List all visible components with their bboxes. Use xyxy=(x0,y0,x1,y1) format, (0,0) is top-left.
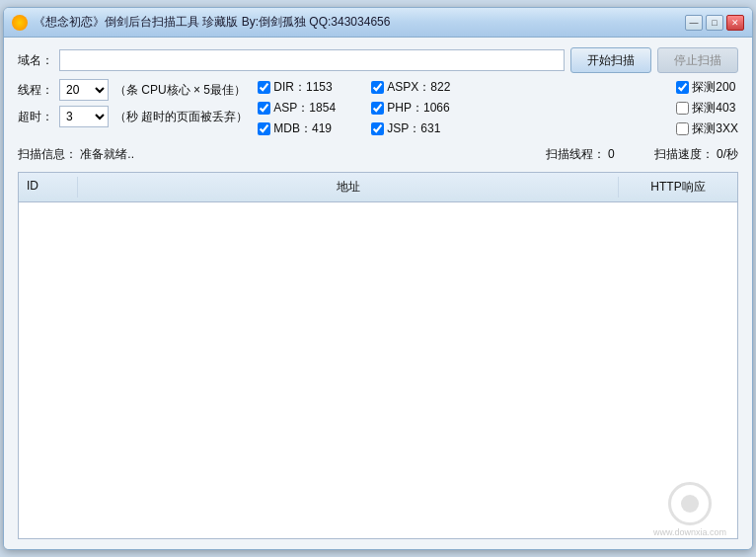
domain-label: 域名： xyxy=(18,52,53,69)
d3xx-label: 探测3XX xyxy=(692,120,738,137)
timeout-hint: （秒 超时的页面被丢弃） xyxy=(114,109,248,125)
table-body xyxy=(19,202,737,538)
php-checkbox[interactable] xyxy=(371,102,384,115)
jsp-checkbox-row: JSP：631 xyxy=(371,120,480,137)
php-label: PHP：1066 xyxy=(387,100,449,117)
window-title: 《想念初恋》倒剑后台扫描工具 珍藏版 By:倒剑孤独 QQ:343034656 xyxy=(34,14,685,31)
jsp-label: JSP：631 xyxy=(387,120,440,137)
d200-checkbox-row: 探测200 xyxy=(676,79,738,96)
start-scan-button[interactable]: 开始扫描 xyxy=(570,47,651,73)
d3xx-checkbox-row: 探测3XX xyxy=(676,120,738,137)
aspx-checkbox-row: ASPX：822 xyxy=(371,79,480,96)
d403-checkbox[interactable] xyxy=(676,102,689,115)
dir-checkbox[interactable] xyxy=(258,81,270,94)
aspx-label: ASPX：822 xyxy=(387,79,450,96)
timeout-label: 超时： xyxy=(18,109,53,125)
watermark-site: www.downxia.com xyxy=(653,527,726,537)
d200-label: 探测200 xyxy=(692,79,735,96)
app-icon xyxy=(12,15,28,31)
col-addr: 地址 xyxy=(78,177,619,198)
php-checkbox-row: PHP：1066 xyxy=(371,100,480,117)
scan-speed-label: 扫描速度： 0/秒 xyxy=(654,146,738,163)
d403-label: 探测403 xyxy=(692,100,735,117)
scan-info-label: 扫描信息： 准备就绪.. xyxy=(18,146,134,163)
table-header: ID 地址 HTTP响应 xyxy=(19,173,737,202)
thread-row: 线程： 20 51015 25304050 （条 CPU核心 × 5最佳） xyxy=(18,79,248,101)
title-bar: 《想念初恋》倒剑后台扫描工具 珍藏版 By:倒剑孤独 QQ:343034656 … xyxy=(4,8,752,38)
asp-label: ASP：1854 xyxy=(273,100,336,117)
minimize-button[interactable]: — xyxy=(685,15,703,31)
close-button[interactable]: ✕ xyxy=(726,15,744,31)
watermark-circle xyxy=(668,482,712,525)
watermark: www.downxia.com xyxy=(653,482,726,537)
asp-checkbox[interactable] xyxy=(258,102,270,115)
d403-checkbox-row: 探测403 xyxy=(676,100,738,117)
results-table: ID 地址 HTTP响应 xyxy=(18,172,738,539)
mdb-label: MDB：419 xyxy=(273,120,332,137)
status-bar: 扫描信息： 准备就绪.. 扫描线程： 0 扫描速度： 0/秒 xyxy=(18,143,738,166)
jsp-checkbox[interactable] xyxy=(371,122,384,135)
d3xx-checkbox[interactable] xyxy=(676,122,689,135)
thread-hint: （条 CPU核心 × 5最佳） xyxy=(114,82,246,99)
dir-checkbox-row: DIR：1153 xyxy=(258,79,361,96)
domain-row: 域名： 开始扫描 停止扫描 xyxy=(18,47,738,73)
col-http: HTTP响应 xyxy=(619,177,737,198)
dir-label: DIR：1153 xyxy=(273,79,332,96)
thread-label: 线程： xyxy=(18,82,53,99)
domain-input[interactable] xyxy=(59,49,565,71)
d200-checkbox[interactable] xyxy=(676,81,689,94)
asp-checkbox-row: ASP：1854 xyxy=(258,100,361,117)
mdb-checkbox-row: MDB：419 xyxy=(258,120,361,137)
stop-scan-button[interactable]: 停止扫描 xyxy=(657,47,738,73)
aspx-checkbox[interactable] xyxy=(371,81,384,94)
timeout-select[interactable]: 3 125810 xyxy=(59,106,109,127)
title-buttons: — □ ✕ xyxy=(685,15,744,31)
mdb-checkbox[interactable] xyxy=(258,122,270,135)
col-id: ID xyxy=(19,177,78,198)
scan-thread-label: 扫描线程： 0 xyxy=(546,146,615,163)
watermark-inner xyxy=(681,495,699,513)
timeout-row: 超时： 3 125810 （秒 超时的页面被丢弃） xyxy=(18,106,248,127)
thread-select[interactable]: 20 51015 25304050 xyxy=(59,79,109,101)
maximize-button[interactable]: □ xyxy=(706,15,723,31)
